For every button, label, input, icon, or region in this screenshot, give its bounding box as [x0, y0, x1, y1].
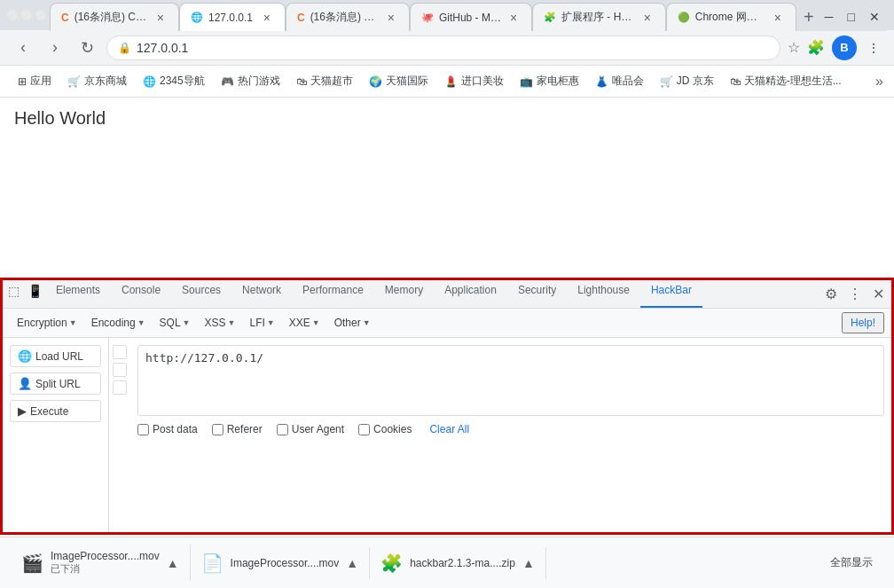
bookmark-jd2[interactable]: 🛒 JD 京东 — [653, 70, 721, 92]
hackbar-encryption-menu[interactable]: Encryption ▼ — [10, 314, 84, 332]
bookmark-tmall-intl[interactable]: 🌍 天猫国际 — [362, 70, 435, 92]
hackbar-sql-menu[interactable]: SQL ▼ — [153, 314, 198, 332]
referer-checkbox-item[interactable]: Referer — [212, 423, 263, 435]
clear-all-button[interactable]: Clear All — [429, 423, 469, 435]
bookmark-tmall2[interactable]: 🛍 天猫精选-理想生活... — [723, 70, 849, 92]
other-label: Other — [334, 317, 361, 329]
referer-checkbox[interactable] — [212, 424, 224, 435]
download-icon-3: 🧩 — [380, 553, 403, 574]
tab-extensions[interactable]: 🧩 扩展程序 - Hack... × — [532, 3, 666, 31]
bookmark-button[interactable]: ☆ — [788, 39, 800, 56]
devtools-tab-security[interactable]: Security — [507, 280, 567, 308]
tab-close-github[interactable]: × — [506, 11, 521, 25]
post-data-checkbox[interactable] — [137, 424, 149, 435]
download-expand-1[interactable]: ▲ — [167, 556, 179, 570]
tab-csdn[interactable]: C (16条消息) CSD... × — [50, 3, 179, 31]
hackbar-encoding-menu[interactable]: Encoding ▼ — [84, 314, 153, 332]
bookmark-beauty-label: 进口美妆 — [461, 74, 504, 89]
url-textarea[interactable]: http://127.0.0.1/ — [137, 345, 884, 416]
tab-favicon-ext: 🧩 — [544, 12, 556, 23]
user-agent-checkbox-item[interactable]: User Agent — [277, 423, 344, 435]
minimize-button[interactable]: ─ — [821, 6, 837, 27]
window-close-button[interactable] — [7, 10, 18, 20]
encoding-label: Encoding — [91, 317, 136, 329]
download-item-2[interactable]: 📄 ImageProcessor....mov ▲ — [191, 547, 371, 579]
post-data-checkbox-item[interactable]: Post data — [137, 423, 198, 435]
devtools-tab-memory[interactable]: Memory — [374, 280, 434, 308]
forward-button[interactable]: › — [43, 35, 67, 60]
devtools-tab-performance[interactable]: Performance — [292, 280, 374, 308]
devtools-more-button[interactable]: ⋮ — [844, 284, 866, 304]
close-button[interactable]: ✕ — [866, 6, 883, 27]
execute-icon: ▶ — [18, 404, 27, 418]
bookmark-vip[interactable]: 👗 唯品会 — [588, 70, 651, 92]
execute-button[interactable]: ▶ Execute — [10, 400, 101, 422]
tab-chrome1[interactable]: C (16条消息) Chr... × — [286, 3, 410, 31]
bookmark-tmall-intl-label: 天猫国际 — [386, 74, 428, 89]
devtools-tab-elements[interactable]: Elements — [45, 280, 111, 308]
bookmark-tmall1[interactable]: 🛍 天猫超市 — [289, 70, 360, 92]
bookmark-apps[interactable]: ⊞ 应用 — [11, 70, 59, 92]
device-toolbar-button[interactable]: 📱 — [24, 280, 45, 302]
cookies-checkbox-item[interactable]: Cookies — [358, 423, 412, 435]
back-button[interactable]: ‹ — [11, 35, 35, 60]
devtools-tab-hackbar[interactable]: HackBar — [640, 280, 702, 308]
cookies-checkbox[interactable] — [358, 424, 370, 435]
download-expand-3[interactable]: ▲ — [522, 556, 535, 570]
tab-close-webstore[interactable]: × — [771, 11, 785, 25]
bookmark-jd1[interactable]: 🛒 京东商城 — [60, 70, 134, 92]
tab-webstore[interactable]: 🟢 Chrome 网上应... × — [666, 3, 796, 31]
maximize-button[interactable]: □ — [844, 6, 859, 27]
split-url-button[interactable]: 👤 Split URL — [10, 372, 101, 395]
execute-label: Execute — [30, 405, 68, 418]
hackbar-help-button[interactable]: Help! — [842, 312, 884, 333]
devtools-tab-lighthouse[interactable]: Lighthouse — [567, 280, 640, 308]
load-url-button[interactable]: 🌐 Load URL — [10, 345, 101, 367]
devtools-tab-network[interactable]: Network — [231, 280, 292, 308]
tab-localhost[interactable]: 🌐 127.0.0.1 × — [179, 3, 286, 31]
xss-label: XSS — [205, 317, 226, 329]
download-item-3[interactable]: 🧩 hackbar2.1.3-ma....zip ▲ — [370, 547, 546, 579]
hackbar-lfi-menu[interactable]: LFI ▼ — [242, 314, 281, 332]
bookmark-games-label: 热门游戏 — [238, 74, 280, 89]
window-maximize-button[interactable] — [35, 10, 46, 20]
other-arrow: ▼ — [363, 318, 371, 327]
inspect-element-button[interactable]: ⬚ — [3, 280, 24, 302]
hackbar-xss-menu[interactable]: XSS ▼ — [198, 314, 243, 332]
bookmark-appliance[interactable]: 📺 家电柜惠 — [513, 70, 586, 92]
tab-close-chrome1[interactable]: × — [384, 11, 398, 25]
tab-title-ext: 扩展程序 - Hack... — [561, 10, 635, 25]
download-expand-2[interactable]: ▲ — [346, 556, 358, 570]
download-item-1[interactable]: 🎬 ImageProcessor....mov 已下消 ▲ — [11, 545, 191, 581]
tab-close-localhost[interactable]: × — [260, 11, 274, 25]
new-tab-button[interactable]: + — [796, 7, 821, 27]
tab-close-ext[interactable]: × — [640, 11, 655, 25]
user-agent-checkbox[interactable] — [277, 424, 288, 435]
devtools-tab-application[interactable]: Application — [434, 280, 507, 308]
hackbar-other-menu[interactable]: Other ▼ — [327, 314, 378, 332]
encryption-arrow: ▼ — [69, 318, 77, 327]
devtools-close-button[interactable]: ✕ — [869, 284, 888, 304]
tab-close-csdn[interactable]: × — [153, 11, 168, 25]
show-all-downloads-button[interactable]: 全部显示 — [820, 550, 883, 576]
hackbar-xxe-menu[interactable]: XXE ▼ — [282, 314, 327, 332]
more-bookmarks-button[interactable]: » — [875, 74, 883, 90]
download-name-3: hackbar2.1.3-ma....zip — [410, 557, 515, 569]
tab-github[interactable]: 🐙 GitHub - Mr-x... × — [410, 3, 532, 31]
devtools-tab-sources[interactable]: Sources — [171, 280, 231, 308]
profile-button[interactable]: B — [832, 35, 857, 60]
extensions-button[interactable]: 🧩 — [807, 39, 825, 56]
reload-button[interactable]: ↻ — [74, 35, 99, 60]
devtools-settings-button[interactable]: ⚙ — [821, 284, 841, 304]
vip-icon: 👗 — [595, 75, 608, 88]
xxe-label: XXE — [289, 317, 310, 329]
menu-button[interactable]: ⋮ — [864, 37, 883, 59]
devtools-tab-console[interactable]: Console — [111, 280, 171, 308]
bookmark-games[interactable]: 🎮 热门游戏 — [214, 70, 287, 92]
hackbar-main: http://127.0.0.1/ Post data Referer User… — [130, 338, 891, 532]
window-minimize-button[interactable] — [21, 10, 32, 20]
bookmark-2345[interactable]: 🌐 2345导航 — [136, 70, 212, 92]
load-url-icon: 🌐 — [18, 349, 32, 363]
bookmark-beauty[interactable]: 💄 进口美妆 — [437, 70, 511, 92]
tab-favicon-chrome1: C — [297, 12, 305, 24]
